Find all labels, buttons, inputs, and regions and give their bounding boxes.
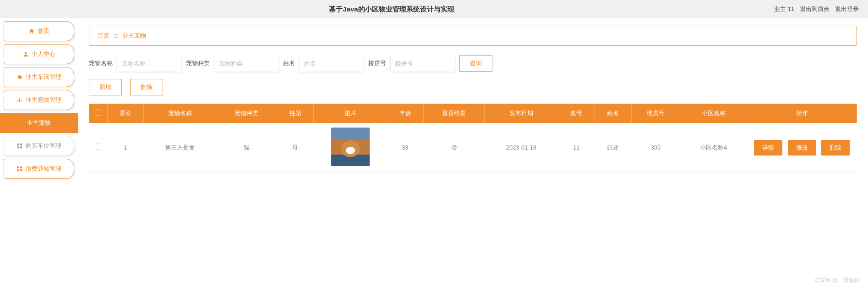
sidebar-item-label: 业主宠物 — [27, 119, 51, 127]
main-content: 首页 ☰ 业主宠物 宠物名称 宠物种类 姓名 楼房号 查询 新增 删除 索引 — [78, 18, 868, 182]
select-all-checkbox[interactable] — [95, 110, 101, 116]
col-account: 账号 — [558, 104, 595, 123]
row-checkbox[interactable] — [95, 144, 101, 150]
add-button[interactable]: 新增 — [89, 79, 122, 95]
row-delete-button[interactable]: 删除 — [821, 140, 850, 156]
svg-rect-11 — [20, 169, 22, 171]
app-title: 基于Java的小区物业管理系统设计与实现 — [9, 5, 774, 14]
breadcrumb-current: 业主宠物 — [122, 32, 146, 40]
sidebar-item-label: 业主车辆管理 — [26, 73, 61, 81]
home-icon — [28, 28, 35, 34]
breadcrumb-separator-icon: ☰ — [113, 33, 119, 39]
cell-community: 小区名称4 — [680, 123, 747, 172]
sidebar-item-home[interactable]: 首页 — [4, 21, 74, 41]
svg-rect-9 — [20, 167, 22, 168]
cell-date: 2023-01-18 — [485, 123, 558, 172]
detail-button[interactable]: 详情 — [754, 140, 782, 156]
pet-name-label: 宠物名称 — [89, 59, 113, 67]
cell-gender: 母 — [277, 123, 314, 172]
sidebar-item-vehicles[interactable]: 业主车辆管理 — [4, 67, 74, 87]
sidebar-item-label: 缴费通知管理 — [26, 165, 61, 173]
svg-rect-1 — [17, 100, 18, 102]
svg-rect-2 — [19, 98, 20, 102]
svg-rect-6 — [17, 146, 19, 148]
col-owner: 姓名 — [595, 104, 631, 123]
cell-account: 11 — [558, 123, 595, 172]
sidebar-item-pets-active[interactable]: 业主宠物 — [0, 113, 78, 133]
breadcrumb: 首页 ☰ 业主宠物 — [89, 26, 857, 46]
svg-rect-4 — [17, 144, 19, 145]
header-right: 业主 11 退出到前台 退出登录 — [774, 5, 859, 13]
svg-rect-10 — [17, 169, 19, 171]
svg-point-0 — [25, 52, 27, 54]
sidebar-item-parking[interactable]: 购买车位管理 — [4, 136, 74, 156]
sidebar: 首页 个人中心 业主车辆管理 业主宠物管理 业主宠物 购买车位管理 缴费通知管理 — [0, 18, 78, 182]
col-index: 索引 — [107, 104, 144, 123]
delete-button[interactable]: 删除 — [130, 79, 163, 95]
sidebar-item-label: 个人中心 — [32, 50, 55, 58]
col-room: 楼房号 — [631, 104, 680, 123]
pet-type-input[interactable] — [214, 55, 278, 72]
current-user[interactable]: 业主 11 — [774, 5, 794, 13]
car-icon — [16, 74, 23, 80]
table-header-row: 索引 宠物名称 宠物种类 性别 图片 年龄 是否绝育 发布日期 账号 姓名 楼房… — [89, 104, 857, 123]
col-date: 发布日期 — [485, 104, 558, 123]
owner-name-input[interactable] — [300, 55, 364, 72]
table-row: 1 第三方是发 猫 母 33 否 2023-01-18 11 归还 305 小区… — [89, 123, 857, 172]
sidebar-item-payments[interactable]: 缴费通知管理 — [4, 159, 74, 179]
sidebar-item-label: 业主宠物管理 — [26, 96, 61, 104]
pets-table: 索引 宠物名称 宠物种类 性别 图片 年龄 是否绝育 发布日期 账号 姓名 楼房… — [89, 104, 857, 172]
logout-link[interactable]: 退出登录 — [835, 5, 859, 13]
sidebar-item-pets-manage[interactable]: 业主宠物管理 — [4, 90, 74, 110]
cell-neutered: 否 — [423, 123, 484, 172]
exit-front-link[interactable]: 退出到前台 — [800, 5, 830, 13]
bar-chart-icon — [16, 97, 23, 103]
pet-name-input[interactable] — [117, 55, 181, 72]
breadcrumb-home[interactable]: 首页 — [98, 32, 109, 40]
search-bar: 宠物名称 宠物种类 姓名 楼房号 查询 — [89, 55, 857, 72]
cell-owner: 归还 — [595, 123, 631, 172]
cell-type: 猫 — [216, 123, 277, 172]
col-gender: 性别 — [277, 104, 314, 123]
sidebar-item-profile[interactable]: 个人中心 — [4, 44, 74, 64]
cell-age: 33 — [387, 123, 424, 172]
col-community: 小区名称 — [680, 104, 747, 123]
svg-rect-5 — [20, 144, 22, 145]
owner-name-label: 姓名 — [283, 59, 295, 67]
svg-rect-8 — [17, 167, 19, 168]
pet-type-label: 宠物种类 — [186, 59, 210, 67]
room-label: 楼房号 — [368, 59, 386, 67]
top-header: 基于Java的小区物业管理系统设计与实现 业主 11 退出到前台 退出登录 — [0, 0, 868, 18]
cell-index: 1 — [107, 123, 144, 172]
pet-image[interactable] — [331, 128, 370, 166]
col-ops: 操作 — [747, 104, 857, 123]
col-neutered: 是否绝育 — [423, 104, 484, 123]
sidebar-item-label: 首页 — [38, 27, 49, 35]
col-age: 年龄 — [387, 104, 424, 123]
user-icon — [22, 51, 29, 57]
edit-button[interactable]: 修改 — [788, 140, 816, 156]
cell-name: 第三方是发 — [144, 123, 216, 172]
svg-rect-3 — [21, 100, 22, 102]
action-bar: 新增 删除 — [89, 79, 857, 95]
svg-rect-7 — [20, 146, 22, 148]
col-image: 图片 — [314, 104, 387, 123]
room-input[interactable] — [391, 55, 455, 72]
grid-icon — [16, 166, 23, 172]
col-name: 宠物名称 — [144, 104, 216, 123]
search-button[interactable]: 查询 — [459, 55, 492, 72]
cell-room: 305 — [631, 123, 680, 172]
sidebar-item-label: 购买车位管理 — [26, 142, 61, 150]
grid-icon — [16, 143, 23, 149]
col-type: 宠物种类 — [216, 104, 277, 123]
